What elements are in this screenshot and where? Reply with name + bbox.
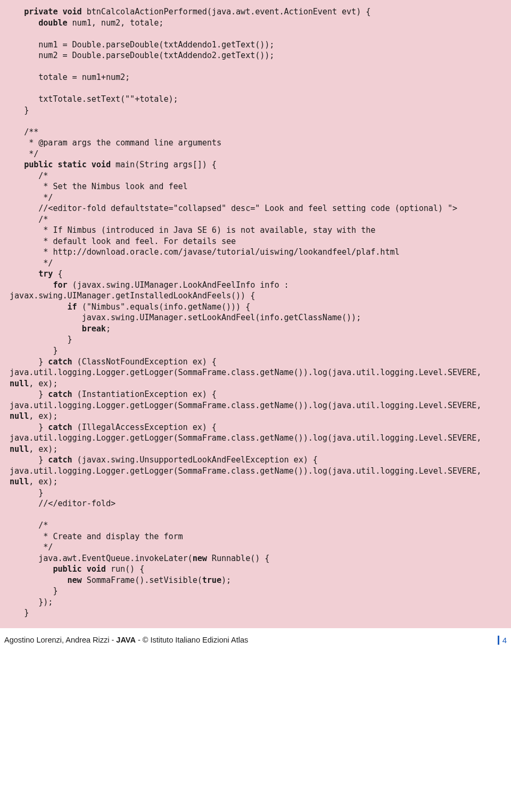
footer-authors: Agostino Lorenzi, Andrea Rizzi - (4, 636, 116, 644)
footer-credits: Agostino Lorenzi, Andrea Rizzi - JAVA - … (4, 636, 248, 644)
page-footer: Agostino Lorenzi, Andrea Rizzi - JAVA - … (0, 628, 511, 651)
code-content: private void btnCalcolaActionPerformed(j… (10, 6, 501, 619)
page-number: 4 (498, 636, 507, 645)
code-block: private void btnCalcolaActionPerformed(j… (0, 0, 511, 628)
footer-publisher: - © Istituto Italiano Edizioni Atlas (136, 636, 248, 644)
footer-lang: JAVA (116, 636, 136, 644)
